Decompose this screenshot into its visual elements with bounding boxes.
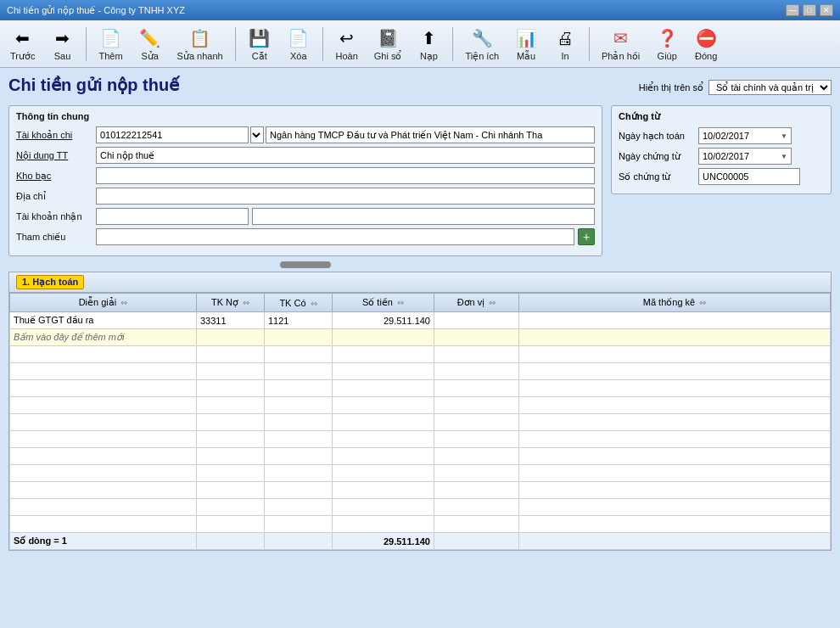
ngay-hach-toan-value: 10/02/2017 [703,131,749,141]
tai-khoan-chi-input[interactable] [96,126,249,143]
col-resize-icon[interactable]: ⇔ [489,298,496,307]
left-panel: Thông tin chung Tài khoản chi Nội dung T… [8,105,602,272]
so-chung-tu-input[interactable] [698,168,800,185]
help-label: Giúp [658,51,677,61]
right-panel: Chứng từ Ngày hạch toán 10/02/2017 ▼ Ngà… [611,105,832,272]
so-tien-col: Số tiền ⇔ [333,294,434,312]
tk-co-col: TK Có ⇔ [265,294,333,312]
quick-edit-label: Sửa nhanh [177,51,223,62]
maximize-button[interactable]: □ [803,4,816,16]
print-icon: 🖨 [553,26,577,50]
ngay-hach-toan-row: Ngày hạch toán 10/02/2017 ▼ [619,127,824,144]
template-button[interactable]: 📊 Mẫu [509,25,543,64]
footer-row: Số dòng = 1 29.511.140 [10,533,831,550]
table-row[interactable]: Thuế GTGT đầu ra 33311 1121 29.511.140 [10,312,831,329]
forward-button[interactable]: ➡ Sau [45,25,79,63]
sep3 [322,27,323,61]
cut-icon: 💾 [248,26,272,50]
noi-dung-tt-input[interactable] [96,147,595,164]
chung-tu-section: Chứng từ Ngày hạch toán 10/02/2017 ▼ Ngà… [611,105,832,194]
sep2 [235,27,236,61]
ngay-chung-tu-input[interactable]: 10/02/2017 ▼ [698,148,792,165]
main-content: Chi tiền gửi nộp thuế Hiển thị trên sổ S… [0,68,840,628]
tham-chieu-label: Tham chiếu [16,232,92,243]
add-new-row[interactable]: Bấm vào đây để thêm mới [10,329,831,346]
ngay-chung-tu-label: Ngày chứng từ [619,151,695,162]
col-resize-icon[interactable]: ⇔ [120,298,127,307]
back-button[interactable]: ⬅ Trước [5,25,40,64]
empty-row [10,397,831,414]
print-button[interactable]: 🖨 In [548,25,582,63]
close-window-button[interactable]: ✕ [820,4,833,16]
tai-khoan-chi-label: Tài khoản chi [16,130,92,141]
add-new-ma-thong-ke [519,329,831,346]
kho-bac-input[interactable] [96,167,595,184]
tham-chieu-input[interactable] [96,228,574,245]
edit-button[interactable]: ✏️ Sửa [133,25,167,64]
undo-label: Hoàn [336,51,358,61]
footer-empty1 [197,533,265,550]
tai-khoan-nhan-input1[interactable] [96,208,249,225]
noi-dung-tt-row: Nội dung TT [16,147,595,164]
empty-row [10,465,831,482]
form-panels: Thông tin chung Tài khoản chi Nội dung T… [8,105,832,272]
add-label: Thêm [98,51,122,61]
col-resize-icon[interactable]: ⇔ [243,298,249,307]
tools-icon: 🔧 [470,26,494,50]
add-new-label: Bấm vào đây để thêm mới [10,329,197,346]
delete-button[interactable]: 📄 Xóa [282,25,316,63]
hach-toan-table: Diễn giải ⇔ TK Nợ ⇔ TK Có ⇔ Số tiền ⇔ [9,293,831,550]
tk-no-cell: 33311 [197,312,265,329]
close-app-button[interactable]: ⛔ Đóng [689,25,723,63]
add-new-tk-co [265,329,333,346]
help-button[interactable]: ❓ Giúp [650,25,684,63]
col-resize-icon[interactable]: ⇔ [397,298,404,307]
so-dong-label: Số dòng = 1 [10,533,197,550]
forward-icon: ➡ [50,26,74,50]
sep5 [589,27,590,61]
tai-khoan-nhan-input2[interactable] [252,208,595,225]
ma-thong-ke-cell [519,312,831,329]
col-resize-icon[interactable]: ⇔ [311,299,317,308]
hach-toan-section: 1. Hạch toán Diễn giải ⇔ TK Nợ ⇔ TK Có ⇔ [8,272,832,551]
load-label: Nạp [420,51,438,62]
empty-row [10,414,831,431]
cut-button[interactable]: 💾 Cắt [243,25,277,64]
back-label: Trước [10,51,35,62]
kho-bac-label: Kho bạc [16,171,92,182]
undo-button[interactable]: ↩ Hoàn [330,25,364,63]
ngay-hach-toan-input[interactable]: 10/02/2017 ▼ [698,127,792,144]
template-label: Mẫu [517,51,535,62]
so-tien-cell: 29.511.140 [333,312,434,329]
tools-button[interactable]: 🔧 Tiện ích [460,25,504,64]
record-label: Ghi sổ [374,51,402,62]
hien-thi-select[interactable]: Sổ tài chính và quản trị [708,80,832,95]
feedback-button[interactable]: ✉ Phản hồi [596,25,645,64]
col-resize-icon[interactable]: ⇔ [699,298,706,307]
tham-chieu-add-button[interactable]: + [578,228,595,245]
add-new-don-vi [434,329,519,346]
thong-tin-chung-title: Thông tin chung [16,111,595,121]
feedback-label: Phản hồi [602,51,640,62]
quick-edit-button[interactable]: 📋 Sửa nhanh [172,25,228,64]
bank-name-input[interactable] [266,126,595,143]
dia-chi-label: Địa chỉ [16,191,92,202]
footer-total: 29.511.140 [333,533,434,550]
dia-chi-row: Địa chỉ [16,188,595,205]
add-button[interactable]: 📄 Thêm [93,25,127,63]
don-vi-cell [434,312,519,329]
don-vi-col: Đơn vị ⇔ [434,294,519,312]
load-button[interactable]: ⬆ Nạp [412,25,445,64]
minimize-button[interactable]: — [786,4,799,16]
tai-khoan-chi-dropdown[interactable] [250,126,264,143]
thong-tin-chung-section: Thông tin chung Tài khoản chi Nội dung T… [8,105,602,256]
quick-edit-icon: 📋 [188,26,212,50]
record-button[interactable]: 📓 Ghi sổ [369,25,407,64]
dien-giai-cell: Thuế GTGT đầu ra [10,312,197,329]
cut-label: Cắt [252,51,267,62]
tai-khoan-nhan-label: Tài khoản nhận [16,211,92,222]
close-app-icon: ⛔ [694,26,718,50]
dia-chi-input[interactable] [96,188,595,205]
scrollbar-thumb[interactable] [280,261,331,268]
help-icon: ❓ [655,26,679,50]
